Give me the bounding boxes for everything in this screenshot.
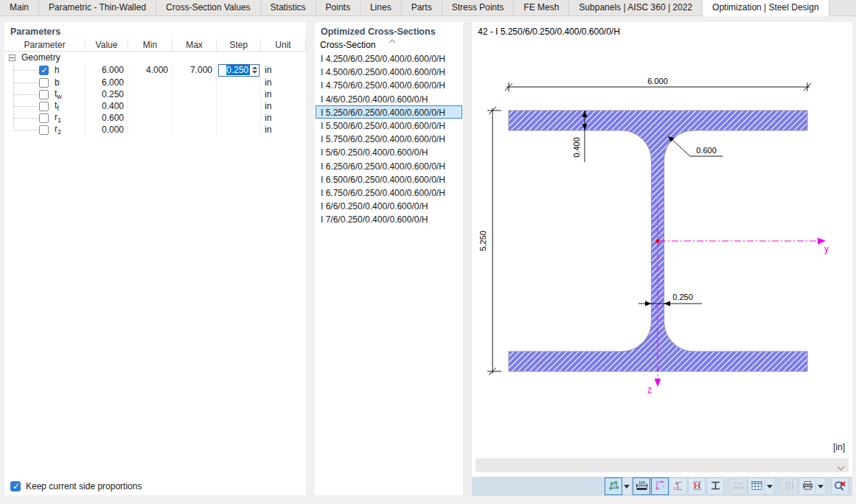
z-axis-label: z (647, 385, 652, 395)
param-unit-cell: in (261, 112, 306, 124)
cross-section-item[interactable]: I 6.500/6/0.250/0.400/0.600/0/H (316, 172, 462, 186)
keep-proportions-row: Keep current side proportions (10, 481, 142, 491)
spinner-down-icon[interactable] (252, 71, 257, 74)
cross-section-column-header[interactable]: Cross-Section (320, 40, 375, 50)
param-unit: in (265, 77, 271, 88)
collapse-icon[interactable] (9, 55, 15, 61)
param-checkbox-h[interactable] (39, 66, 49, 75)
param-unit-cell: in (261, 124, 306, 136)
cross-section-item[interactable]: I 5.250/6/0.250/0.400/0.600/0/H (316, 105, 462, 119)
parameters-panel-title: Parameters (10, 27, 60, 37)
cross-section-item[interactable]: I 6.750/6/0.250/0.400/0.600/0/H (316, 186, 462, 199)
tab-cross-section-values[interactable]: Cross-Section Values (156, 0, 261, 15)
section-outline-button[interactable] (706, 477, 724, 495)
tab-subpanels-aisc-360-2022[interactable]: Subpanels | AISC 360 | 2022 (569, 0, 703, 15)
comment-combobox[interactable] (476, 458, 849, 472)
param-row-tf: tf0.400in (4, 100, 306, 112)
width-dimension-label: 6.000 (647, 77, 668, 85)
cross-section-item[interactable]: I 5.750/6/0.250/0.400/0.600/0/H (316, 132, 462, 145)
step-input[interactable]: 0.250 (218, 64, 260, 77)
param-label: b (55, 77, 60, 88)
section-dimensions-button[interactable] (688, 477, 706, 495)
param-unit-cell: in (261, 77, 306, 88)
viewer-toolbar: 100yzSC1 2 3 (472, 477, 852, 496)
stress-point-icon: SC (672, 480, 685, 494)
app-window: { "tab_bar": { "tabs": ["Main","Parametr… (0, 0, 856, 504)
geometry-group-row[interactable]: Geometry (4, 52, 306, 63)
param-row-h: h6.0004.0007.0000.250in (4, 63, 306, 77)
param-step-cell (217, 112, 261, 124)
parameters-table-header: ParameterValueMinMaxStepUnit (4, 38, 306, 52)
axes-button[interactable]: yz (651, 477, 669, 495)
param-checkbox-tw[interactable] (39, 90, 49, 99)
param-value-cell: 0.400 (86, 100, 128, 112)
param-step-cell (217, 77, 261, 88)
param-value: 6.000 (102, 77, 124, 88)
cross-section-item[interactable]: I 4/6/0.250/0.400/0.600/0/H (316, 92, 462, 105)
cross-section-item[interactable]: I 5/6/0.250/0.400/0.600/0/H (316, 145, 462, 158)
stress-points-button[interactable]: SC (669, 477, 687, 495)
param-value: 0.250 (102, 89, 124, 99)
param-name-cell: b (4, 77, 86, 88)
sort-ascending-icon[interactable] (389, 35, 396, 46)
param-value-cell: 6.000 (86, 77, 128, 88)
section-dimensions-icon (691, 480, 703, 494)
tab-fe-mesh[interactable]: FE Mesh (514, 0, 569, 15)
param-checkbox-r2[interactable] (39, 125, 49, 135)
param-name-cell: tf (4, 100, 86, 112)
table-grid-button[interactable] (748, 477, 765, 495)
height-dimension (487, 107, 501, 375)
param-step-cell (217, 100, 261, 112)
centroid-point[interactable] (656, 239, 660, 243)
numbering-icon: 1 2 3 (732, 480, 745, 494)
param-row-r1: r10.600in (4, 112, 306, 124)
tab-stress-points[interactable]: Stress Points (442, 0, 515, 15)
axes-icon: yz (654, 480, 667, 494)
dotted-grid-icon (783, 480, 796, 494)
param-checkbox-r1[interactable] (39, 113, 49, 123)
zoom-reset-button[interactable] (831, 477, 849, 495)
numbering-button[interactable]: 1 2 3 (729, 477, 747, 495)
dimensioning-button[interactable]: 100 (633, 477, 650, 495)
param-min-cell (128, 124, 173, 136)
spinner-up-icon[interactable] (252, 66, 257, 69)
column-header-min: Min (128, 38, 173, 52)
cross-section-item[interactable]: I 6/6/0.250/0.400/0.600/0/H (316, 199, 462, 212)
web-thickness-dimension (638, 301, 702, 307)
svg-text:1 2 3: 1 2 3 (734, 481, 742, 486)
print-button[interactable] (798, 477, 816, 495)
tab-statistics[interactable]: Statistics (261, 0, 316, 15)
view-mode-button[interactable] (605, 477, 622, 495)
cross-section-item[interactable]: I 6.250/6/0.250/0.400/0.600/0/H (316, 159, 462, 172)
column-header-unit: Unit (261, 38, 306, 52)
keep-proportions-label: Keep current side proportions (26, 481, 142, 491)
column-header-max: Max (173, 38, 217, 52)
view-mode-button-dropdown[interactable] (622, 477, 632, 495)
tab-lines[interactable]: Lines (361, 0, 402, 15)
cross-section-item[interactable]: I 7/6/0.250/0.400/0.600/0/H (316, 212, 462, 225)
param-checkbox-b[interactable] (39, 78, 49, 88)
print-button-dropdown[interactable] (816, 477, 826, 495)
cross-section-item[interactable]: I 4.500/6/0.250/0.400/0.600/0/H (316, 65, 462, 78)
param-checkbox-tf[interactable] (39, 102, 49, 111)
cross-section-item[interactable]: I 4.750/6/0.250/0.400/0.600/0/H (316, 78, 462, 91)
tab-optimization-steel-design[interactable]: Optimization | Steel Design (703, 0, 829, 16)
step-spinner[interactable] (250, 65, 259, 76)
table-grid-button-dropdown[interactable] (765, 477, 775, 495)
details-button[interactable] (780, 477, 798, 495)
tab-parts[interactable]: Parts (402, 0, 442, 15)
cross-section-item[interactable]: I 4.250/6/0.250/0.400/0.600/0/H (316, 52, 462, 65)
cross-section-item[interactable]: I 5.500/6/0.250/0.400/0.600/0/H (316, 119, 462, 132)
param-value: 6.000 (102, 65, 124, 75)
param-unit-cell: in (261, 88, 306, 100)
param-max-cell (173, 77, 217, 88)
param-unit-cell: in (261, 100, 306, 112)
list-scrollbar[interactable] (463, 22, 471, 495)
tree-stub (14, 83, 39, 83)
param-value: 0.400 (102, 101, 124, 111)
keep-proportions-checkbox[interactable] (10, 481, 21, 491)
tab-main[interactable]: Main (0, 0, 39, 15)
flange-thickness-label: 0.400 (572, 137, 581, 158)
tab-parametric-thin-walled[interactable]: Parametric - Thin-Walled (39, 0, 156, 15)
tab-points[interactable]: Points (316, 0, 361, 15)
